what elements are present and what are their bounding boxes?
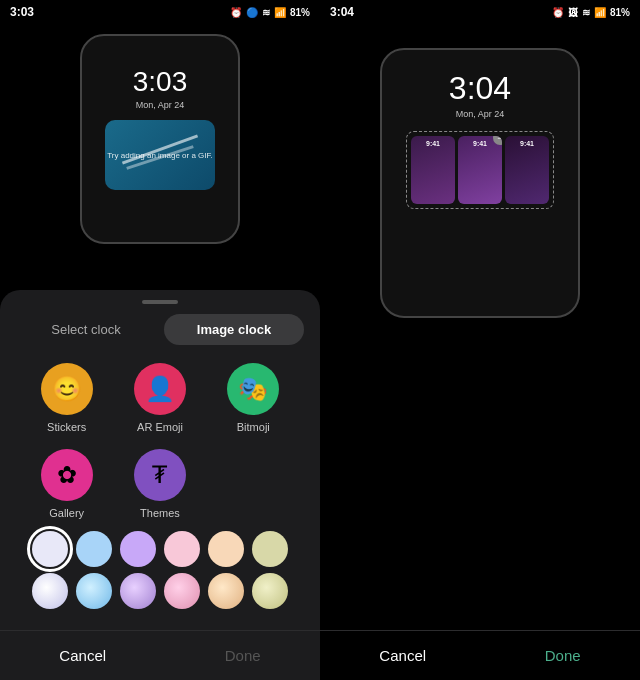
right-panel: 3:04 ⏰ 🖼 ≋ 📶 81% 3:04 Mon, Apr 24 9:41 9… [320,0,640,680]
right-cancel-button[interactable]: Cancel [349,643,456,668]
swatch-9[interactable] [120,573,156,609]
icon-grid: 😊 Stickers 👤 AR Emoji 🎭 Bitmoji ✿ Galler… [0,355,320,527]
preview-clock-left: 3:03 [133,66,188,98]
thumbnail-2[interactable]: 9:41 − [458,136,502,204]
preview-image-box: Try adding an image or a GIF. [105,120,215,190]
right-status-icons: ⏰ 🖼 ≋ 📶 81% [552,7,630,18]
tab-select-clock[interactable]: Select clock [16,314,156,345]
left-status-icons: ⏰ 🔵 ≋ 📶 81% [230,7,310,18]
swatch-grid [0,527,320,613]
gallery-label: Gallery [49,507,84,519]
thumb-img-3: 9:41 [505,136,549,204]
icon-cell-themes[interactable]: ₮ Themes [113,441,206,527]
bitmoji-icon-circle: 🎭 [227,363,279,415]
right-battery-label: 81% [610,7,630,18]
battery-label: 81% [290,7,310,18]
thumb-clock-2: 9:41 [473,140,487,147]
swatch-2[interactable] [76,531,112,567]
right-alarm-icon: ⏰ [552,7,564,18]
left-status-time: 3:03 [10,5,34,19]
swatch-10[interactable] [164,573,200,609]
bitmoji-label: Bitmoji [237,421,270,433]
preview-clock-right: 3:04 [449,70,511,107]
swatch-8[interactable] [76,573,112,609]
thumbnail-3[interactable]: 9:41 [505,136,549,204]
right-bottom-actions: Cancel Done [320,630,640,680]
right-signal-icon: 📶 [594,7,606,18]
thumb-clock-1: 9:41 [426,140,440,147]
ar-emoji-label: AR Emoji [137,421,183,433]
thumb-img-1: 9:41 [411,136,455,204]
right-status-bar: 3:04 ⏰ 🖼 ≋ 📶 81% [320,0,640,24]
ar-emoji-icon-circle: 👤 [134,363,186,415]
bottom-sheet: Select clock Image clock 😊 Stickers 👤 AR… [0,290,320,680]
right-done-button[interactable]: Done [515,643,611,668]
icon-cell-ar-emoji[interactable]: 👤 AR Emoji [113,355,206,441]
swatch-row-2 [12,573,308,609]
thumbnails-container: 9:41 9:41 − 9:41 [406,131,554,209]
themes-label: Themes [140,507,180,519]
thumbnail-1[interactable]: 9:41 [411,136,455,204]
swatch-11[interactable] [208,573,244,609]
right-gallery-icon: 🖼 [568,7,578,18]
thumb-clock-3: 9:41 [520,140,534,147]
icon-cell-gallery[interactable]: ✿ Gallery [20,441,113,527]
alarm-icon: ⏰ [230,7,242,18]
preview-date-right: Mon, Apr 24 [456,109,505,119]
tab-image-clock[interactable]: Image clock [164,314,304,345]
swatch-7[interactable] [32,573,68,609]
swatch-3[interactable] [120,531,156,567]
right-wifi-icon: ≋ [582,7,590,18]
stickers-label: Stickers [47,421,86,433]
themes-icon-circle: ₮ [134,449,186,501]
signal-icon: 📶 [274,7,286,18]
gallery-icon-circle: ✿ [41,449,93,501]
tab-row: Select clock Image clock [0,304,320,355]
icon-cell-bitmoji[interactable]: 🎭 Bitmoji [207,355,300,441]
icon-cell-stickers[interactable]: 😊 Stickers [20,355,113,441]
left-status-bar: 3:03 ⏰ 🔵 ≋ 📶 81% [0,0,320,24]
phone-preview-right: 3:04 Mon, Apr 24 9:41 9:41 − 9:41 [380,48,580,318]
phone-preview-left: 3:03 Mon, Apr 24 Try adding an image or … [80,34,240,244]
swatch-1[interactable] [32,531,68,567]
swatch-6[interactable] [252,531,288,567]
left-done-button[interactable]: Done [185,639,301,672]
swatch-5[interactable] [208,531,244,567]
wifi-icon: ≋ [262,7,270,18]
stickers-icon-circle: 😊 [41,363,93,415]
preview-image-text: Try adding an image or a GIF. [107,151,213,160]
left-cancel-button[interactable]: Cancel [19,639,146,672]
bluetooth-icon: 🔵 [246,7,258,18]
swatch-row-1 [12,531,308,567]
left-bottom-actions: Cancel Done [0,630,320,680]
preview-date-left: Mon, Apr 24 [136,100,185,110]
swatch-4[interactable] [164,531,200,567]
thumb-img-2: 9:41 [458,136,502,204]
swatch-12[interactable] [252,573,288,609]
left-panel: 3:03 ⏰ 🔵 ≋ 📶 81% 3:03 Mon, Apr 24 Try ad… [0,0,320,680]
right-status-time: 3:04 [330,5,354,19]
